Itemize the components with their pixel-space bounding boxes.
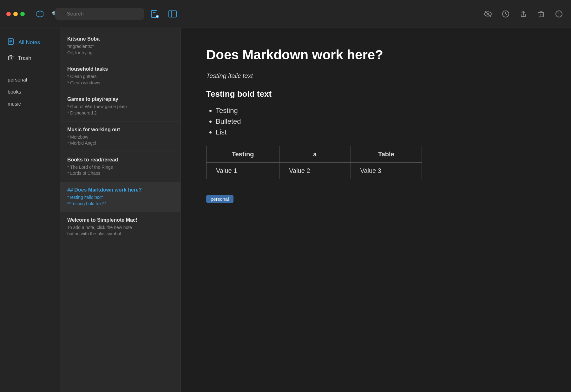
note-title-5: ## Does Markdown work here? [67, 187, 174, 193]
note-preview1-1: * Clean gutters [67, 74, 174, 80]
svg-rect-6 [169, 11, 176, 17]
maximize-button[interactable] [20, 12, 25, 16]
tag-badge[interactable]: personal [206, 195, 233, 203]
note-editor[interactable]: Does Markdown work here? Testing italic … [181, 28, 571, 392]
note-preview2-4: * Lords of Chaos [67, 170, 174, 177]
note-item-2[interactable]: Games to play/replay* God of War (new ga… [60, 91, 180, 121]
note-title-4: Books to read/reread [67, 157, 174, 163]
table-header-0: Testing [207, 146, 279, 163]
app-logo-button[interactable] [34, 8, 46, 20]
sidebar-item-all-notes[interactable]: All Notes [0, 34, 60, 50]
trash-icon [8, 54, 14, 62]
note-preview1-2: * God of War (new game plus) [67, 104, 174, 110]
table-header-1: a [279, 146, 351, 163]
search-container: 🔍 [49, 8, 144, 20]
note-preview2-5: **Testing bold text** [67, 201, 174, 207]
table-row-0: Value 1Value 2Value 3 [207, 163, 422, 179]
note-item-0[interactable]: Kitsune Soba*Ingredients:*Oil, for fryin… [60, 31, 180, 61]
share-button[interactable] [518, 8, 529, 20]
toolbar-right [482, 8, 565, 20]
sidebar-item-trash[interactable]: Trash [0, 50, 60, 66]
note-item-4[interactable]: Books to read/reread* The Lord of the Ri… [60, 152, 180, 182]
new-note-button[interactable] [149, 8, 161, 20]
sidebar-item-books[interactable]: books [0, 86, 60, 98]
notes-list: Kitsune Soba*Ingredients:*Oil, for fryin… [60, 28, 181, 392]
editor-italic-text: Testing italic text [206, 72, 546, 80]
minimize-button[interactable] [13, 12, 18, 16]
editor-bullet-list: TestingBulletedList [216, 107, 546, 136]
note-title-1: Household tasks [67, 66, 174, 72]
main-content: All Notes Trash personal books music Kit… [0, 28, 571, 392]
table-cell-0-1: Value 2 [279, 163, 351, 179]
table-header-row: TestingaTable [207, 146, 422, 163]
bullet-item-1: Bulleted [216, 117, 546, 126]
table-cell-0-2: Value 3 [351, 163, 422, 179]
editor-bold-heading: Testing bold text [206, 89, 546, 99]
traffic-lights [6, 12, 25, 16]
note-title-3: Music for working out [67, 127, 174, 133]
note-preview1-4: * The Lord of the Rings [67, 164, 174, 171]
note-preview1-3: * Merzbow [67, 134, 174, 140]
close-button[interactable] [6, 12, 11, 16]
sidebar-divider [6, 70, 54, 70]
note-preview2-0: Oil, for frying [67, 50, 174, 56]
note-item-6[interactable]: Welcome to Simplenote Mac!To add a note,… [60, 212, 180, 242]
svg-rect-23 [9, 56, 13, 60]
note-preview1-0: *Ingredients:* [67, 43, 174, 50]
trash-label: Trash [18, 55, 31, 62]
note-title-0: Kitsune Soba [67, 36, 174, 42]
note-preview2-6: button with the plus symbol. [67, 231, 174, 237]
panel-toggle-button[interactable] [167, 8, 178, 20]
note-preview2-2: * Dishonored 2 [67, 110, 174, 116]
info-button[interactable] [553, 8, 565, 20]
svg-point-18 [559, 12, 559, 12]
editor-table: TestingaTable Value 1Value 2Value 3 [206, 146, 422, 179]
sidebar-item-music[interactable]: music [0, 98, 60, 110]
editor-heading: Does Markdown work here? [206, 47, 546, 63]
note-preview1-6: To add a note, click the new note [67, 225, 174, 231]
note-title-6: Welcome to Simplenote Mac! [67, 217, 174, 223]
search-input[interactable] [55, 8, 144, 20]
hide-preview-button[interactable] [482, 8, 494, 20]
table-cell-0-0: Value 1 [207, 163, 279, 179]
titlebar: 🔍 [0, 0, 571, 28]
note-item-3[interactable]: Music for working out* Merzbow* Morbid A… [60, 122, 180, 152]
note-item-5[interactable]: ## Does Markdown work here?*Testing ital… [60, 182, 180, 212]
bullet-item-2: List [216, 128, 546, 136]
table-header-2: Table [351, 146, 422, 163]
all-notes-icon [8, 38, 15, 47]
svg-rect-12 [539, 12, 543, 17]
note-preview2-1: * Clean windows [67, 80, 174, 86]
sidebar-item-personal[interactable]: personal [0, 74, 60, 86]
bullet-item-0: Testing [216, 107, 546, 115]
sidebar: All Notes Trash personal books music [0, 28, 60, 392]
note-title-2: Games to play/replay [67, 96, 174, 102]
note-item-1[interactable]: Household tasks* Clean gutters* Clean wi… [60, 61, 180, 91]
delete-button[interactable] [535, 8, 547, 20]
note-preview2-3: * Morbid Angel [67, 140, 174, 147]
history-button[interactable] [500, 8, 511, 20]
all-notes-label: All Notes [18, 39, 40, 46]
note-preview1-5: *Testing italic text* [67, 194, 174, 201]
